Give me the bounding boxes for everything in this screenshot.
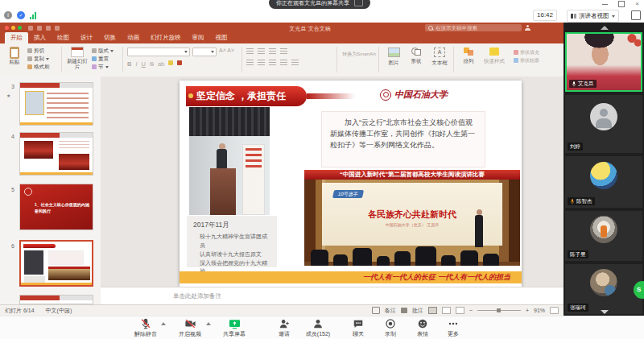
participant-tile[interactable]: 张瑞珂 — [565, 264, 642, 314]
slide-thumbnail-4[interactable] — [19, 132, 93, 176]
underline-icon[interactable]: U — [142, 60, 146, 68]
scroll-up-icon[interactable] — [601, 26, 609, 30]
tab-view[interactable]: 视图 — [210, 32, 233, 43]
notes-toggle[interactable]: 备注 — [385, 307, 396, 315]
layout-button[interactable]: 版式 — [92, 47, 114, 55]
meeting-info-icon[interactable]: i — [4, 11, 12, 19]
format-painter-button[interactable]: 格式刷 — [27, 63, 50, 71]
font-name-select[interactable] — [127, 48, 190, 56]
screen-share-banner-text: 你正在观看文光旦的屏幕共享 — [276, 0, 349, 7]
mic-options-caret[interactable] — [161, 322, 166, 325]
participant-name-chip: 张瑞珂 — [568, 304, 588, 312]
grow-shrink-font-icons[interactable]: A˄ A˅ — [219, 48, 234, 56]
network-signal-icon — [30, 12, 36, 19]
participant-tile[interactable]: 陈智杰 — [565, 156, 642, 208]
numbering-icon[interactable] — [258, 48, 265, 55]
members-button[interactable]: 成员(152) — [299, 318, 336, 338]
fit-slide-icon[interactable] — [550, 307, 559, 314]
textbox-button[interactable]: A 文本框 — [429, 48, 450, 67]
slide-thumbnail-6-selected[interactable] — [19, 240, 93, 287]
start-video-button[interactable]: 开启视频 — [171, 318, 208, 338]
participant-tile[interactable]: 刘婷 — [565, 95, 642, 153]
align-center-icon[interactable] — [258, 60, 265, 66]
ppt-search-box[interactable]: 在演示文稿中搜索 — [425, 24, 522, 31]
unmute-button[interactable]: 解除静音 — [127, 318, 164, 338]
font-style-buttons[interactable]: BI US ab — [127, 60, 234, 68]
zoom-level[interactable]: 91% — [534, 308, 545, 313]
close-icon[interactable]: × — [635, 1, 639, 7]
gold-dot-icon — [188, 93, 193, 98]
audience-silhouettes — [304, 245, 520, 266]
slideshow-icon[interactable] — [456, 307, 464, 314]
participant-tile-active[interactable]: 艾克旦 — [565, 32, 642, 92]
scroll-down-icon[interactable] — [601, 310, 609, 314]
tab-draw[interactable]: 绘图 — [52, 32, 75, 43]
new-slide-button[interactable]: 新建幻灯片 — [66, 47, 89, 70]
bold-icon[interactable]: B — [127, 60, 131, 68]
tab-home[interactable]: 开始 — [5, 32, 28, 43]
participant-tile[interactable]: 陈子昱 — [565, 211, 642, 261]
smartart-button[interactable]: 转换为SmartArt — [341, 52, 377, 58]
comments-toggle[interactable]: 批注 — [412, 307, 423, 315]
shadow-icon[interactable]: ab — [158, 60, 164, 68]
tab-transitions[interactable]: 切换 — [98, 32, 122, 43]
shape-outline-button[interactable]: 形状轮廓 — [514, 56, 539, 64]
shapes-button[interactable]: 形状 — [407, 48, 426, 65]
shape-outline-icon — [514, 58, 518, 63]
line-spacing-icon[interactable] — [280, 48, 287, 55]
zoom-slider[interactable] — [477, 307, 521, 314]
font-color-icon[interactable] — [177, 60, 182, 65]
reset-button[interactable]: 重置 — [92, 55, 114, 63]
language-indicator[interactable]: 中文(中国) — [46, 307, 72, 315]
banner-collapse-icon[interactable] — [354, 0, 363, 6]
shapes-icon — [411, 48, 421, 56]
shape-fill-button[interactable]: 形状填充 — [514, 48, 539, 56]
section-button[interactable]: 节 — [92, 63, 114, 71]
cut-button[interactable]: 剪切 — [27, 47, 50, 55]
slide-thumbnail-5[interactable]: 1、社会主义核心价值观的内涵要和践行 — [19, 184, 93, 230]
slide-thumbnail-3[interactable] — [19, 82, 93, 126]
invite-button[interactable]: 邀请 — [266, 318, 303, 338]
bullets-icon[interactable] — [246, 48, 254, 55]
share-screen-button[interactable]: 共享屏幕 — [216, 318, 253, 338]
zoom-out-icon[interactable]: − — [469, 308, 473, 313]
slide-sorter-icon[interactable] — [442, 307, 451, 314]
quick-styles-button[interactable]: 快速样式 — [481, 48, 507, 65]
tab-review[interactable]: 审阅 — [187, 32, 210, 43]
maximize-icon[interactable] — [618, 1, 625, 7]
columns-icon[interactable] — [291, 60, 299, 66]
tab-design[interactable]: 设计 — [75, 32, 98, 43]
tab-insert[interactable]: 插入 — [28, 32, 52, 43]
picture-button[interactable]: 图片 — [384, 48, 403, 67]
justify-icon[interactable] — [280, 60, 287, 66]
notes-pane[interactable]: 单击此处添加备注 — [101, 287, 564, 304]
copy-button[interactable]: 复制 — [27, 55, 50, 63]
indent-icon[interactable] — [269, 48, 276, 55]
zoom-in-icon[interactable]: + — [526, 308, 529, 313]
security-shield-icon[interactable]: ✓ — [17, 11, 25, 19]
quick-access-toolbar[interactable] — [28, 26, 60, 31]
tab-animations[interactable]: 动画 — [122, 32, 145, 43]
participant-name-chip: 陈子昱 — [568, 250, 588, 258]
font-size-select[interactable] — [192, 48, 217, 56]
slide-thumbnail-7-partial[interactable] — [19, 295, 93, 304]
strikethrough-icon[interactable]: S — [150, 60, 154, 68]
current-slide[interactable]: 坚定信念 ，承担责任 中国石油大学 加入“云之行”北京市社会主义核心价值观新媒体… — [180, 81, 522, 287]
minimize-icon[interactable] — [602, 4, 608, 5]
view-mode-dropdown[interactable]: 演讲者视图 — [567, 10, 619, 23]
align-right-icon[interactable] — [269, 60, 276, 66]
paste-button[interactable]: 粘贴 — [6, 47, 23, 66]
date-label: 2017年11月 — [193, 221, 270, 230]
normal-view-icon[interactable] — [428, 307, 437, 314]
account-icon[interactable] — [525, 25, 530, 31]
more-button[interactable]: 更多 — [435, 318, 472, 338]
zoom-slider-thumb[interactable] — [497, 308, 501, 312]
fullscreen-icon[interactable] — [631, 10, 641, 20]
video-options-caret[interactable] — [206, 322, 211, 325]
traffic-light-buttons[interactable] — [5, 26, 22, 30]
arrange-button[interactable]: 排列 — [459, 48, 478, 65]
highlight-icon[interactable] — [168, 60, 173, 65]
align-left-icon[interactable] — [246, 60, 254, 66]
italic-icon[interactable]: I — [135, 60, 137, 68]
tab-slideshow[interactable]: 幻灯片放映 — [145, 32, 187, 43]
